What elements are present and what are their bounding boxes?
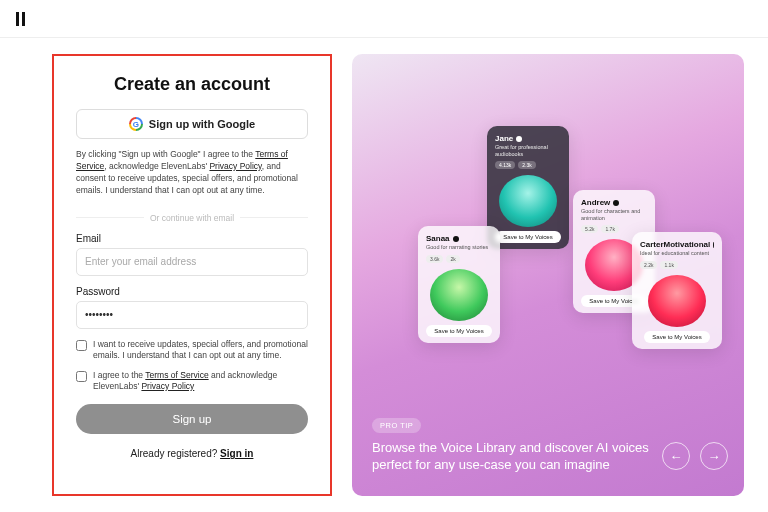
save-voice-button[interactable]: Save to My Voices [644,331,709,343]
signin-row: Already registered? Sign in [76,448,308,459]
voice-visual-icon [430,269,488,321]
promo-text: Browse the Voice Library and discover AI… [372,439,674,474]
promo-text-block: PRO TIP Browse the Voice Library and dis… [372,414,674,474]
voice-sub: Ideal for educational content [640,250,714,257]
voice-visual-icon [648,275,706,327]
signup-button[interactable]: Sign up [76,404,308,434]
tos-link-2[interactable]: Terms of Service [145,370,208,380]
updates-checkbox-row: I want to receive updates, special offer… [76,339,308,362]
voice-sub: Good for narrating stories [426,244,492,251]
carousel-arrows: ← → [662,442,728,470]
voice-card-sanaa[interactable]: Sanaa Good for narrating stories 3.6k2k … [418,226,500,343]
google-signup-label: Sign up with Google [149,118,255,130]
pause-icon[interactable] [16,12,25,26]
voice-card-jane[interactable]: Jane Great for professional audiobooks 4… [487,126,569,249]
voice-visual-icon [499,175,557,227]
voice-sub: Great for professional audiobooks [495,144,561,157]
signup-panel: Create an account Sign up with Google By… [52,54,332,496]
promo-panel: Jane Great for professional audiobooks 4… [352,54,744,496]
voice-tags: 2.2k1.1k [640,261,714,269]
arrow-left-icon[interactable]: ← [662,442,690,470]
agree-checkbox-row: I agree to the Terms of Service and ackn… [76,370,308,393]
updates-checkbox-label: I want to receive updates, special offer… [93,339,308,362]
top-bar [0,0,768,38]
google-signup-button[interactable]: Sign up with Google [76,109,308,139]
password-label: Password [76,286,308,297]
voice-name: Andrew [581,198,647,207]
google-icon [129,117,143,131]
save-voice-button[interactable]: Save to My Voices [426,325,491,337]
google-legal-text: By clicking "Sign up with Google" I agre… [76,149,308,197]
voice-name: Sanaa [426,234,492,243]
privacy-link-2[interactable]: Privacy Policy [141,381,194,391]
divider-text: Or continue with email [76,213,308,223]
agree-checkbox-label: I agree to the Terms of Service and ackn… [93,370,308,393]
password-input[interactable] [76,301,308,329]
email-input[interactable] [76,248,308,276]
updates-checkbox[interactable] [76,340,87,351]
agree-checkbox[interactable] [76,371,87,382]
main-layout: Create an account Sign up with Google By… [0,38,768,512]
voice-sub: Good for characters and animation [581,208,647,221]
pro-tip-badge: PRO TIP [372,418,421,433]
voice-tags: 3.6k2k [426,255,492,263]
voice-name: CarterMotivational [640,240,714,249]
arrow-right-icon[interactable]: → [700,442,728,470]
signin-link[interactable]: Sign in [220,448,253,459]
voice-name: Jane [495,134,561,143]
privacy-link[interactable]: Privacy Policy [209,161,261,171]
save-voice-button[interactable]: Save to My Voices [495,231,560,243]
voice-tags: 4.13k2.3k [495,161,561,169]
voice-card-carter[interactable]: CarterMotivational Ideal for educational… [632,232,722,349]
email-label: Email [76,233,308,244]
page-title: Create an account [76,74,308,95]
